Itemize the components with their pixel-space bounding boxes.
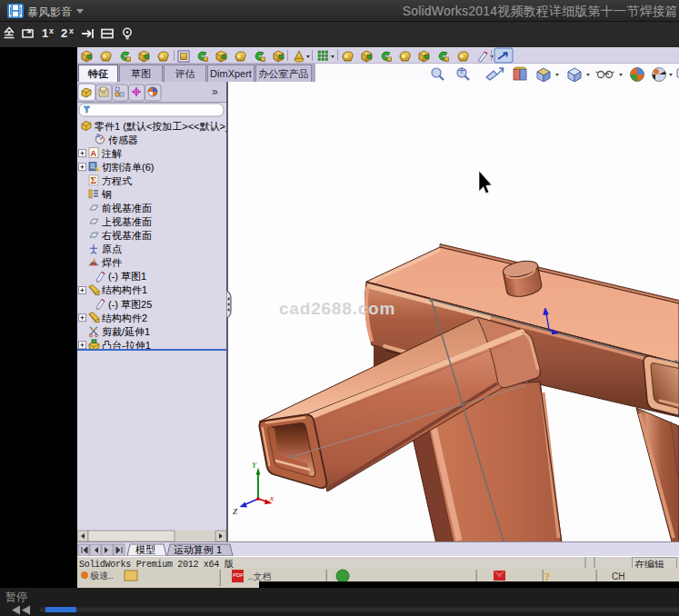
svg-text:结构构件2: 结构构件2 bbox=[102, 313, 147, 323]
svg-text:x: x bbox=[49, 26, 54, 35]
svg-text:方程式: 方程式 bbox=[102, 175, 132, 186]
svg-text:右视基准面: 右视基准面 bbox=[102, 230, 152, 241]
svg-text:注解: 注解 bbox=[101, 148, 122, 159]
svg-text:极速..: 极速.. bbox=[89, 571, 114, 581]
svg-text:(-) 草图25: (-) 草图25 bbox=[108, 299, 152, 310]
svg-text:原点: 原点 bbox=[102, 243, 122, 254]
svg-text:cad2688.com: cad2688.com bbox=[279, 299, 395, 318]
svg-text:x: x bbox=[69, 26, 74, 35]
svg-text:切割清单(6): 切割清单(6) bbox=[102, 162, 154, 173]
svg-text:..文档: ..文档 bbox=[248, 571, 272, 581]
svg-text:A: A bbox=[91, 149, 97, 158]
svg-text:零件1 (默认<按加工><<默认>_显: 零件1 (默认<按加工><<默认>_显 bbox=[95, 121, 226, 132]
svg-text:上视基准面: 上视基准面 bbox=[102, 216, 152, 227]
svg-text:(-) 草图1: (-) 草图1 bbox=[108, 271, 146, 282]
svg-text:焊件: 焊件 bbox=[102, 257, 122, 268]
svg-text:模型: 模型 bbox=[135, 544, 155, 555]
svg-text:CH: CH bbox=[612, 571, 624, 581]
svg-text:Σ: Σ bbox=[91, 175, 97, 185]
svg-text:前视基准面: 前视基准面 bbox=[101, 203, 152, 214]
svg-text:运动算例 1: 运动算例 1 bbox=[174, 544, 222, 555]
svg-text:剪裁/延伸1: 剪裁/延伸1 bbox=[102, 326, 150, 337]
svg-text:钢: 钢 bbox=[101, 189, 112, 200]
svg-text:PDF: PDF bbox=[233, 572, 244, 578]
svg-text:结构构件1: 结构构件1 bbox=[102, 284, 147, 295]
svg-text:x: x bbox=[269, 493, 274, 502]
svg-text:»: » bbox=[212, 85, 218, 98]
svg-text:1: 1 bbox=[42, 26, 48, 40]
svg-text:2: 2 bbox=[61, 26, 67, 40]
svg-text:传感器: 传感器 bbox=[108, 134, 138, 145]
